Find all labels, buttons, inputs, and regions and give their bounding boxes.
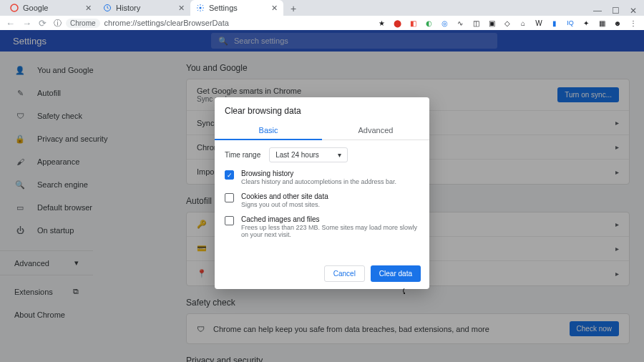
extension-icons: ★ ⬤ ◧ ◐ ◎ ∿ ◫ ▣ ◇ ⌂ W ▮ IQ ✦ ▦ ☻ ⋮ [376, 18, 638, 28]
tab-label: Settings [209, 4, 238, 12]
svg-point-2 [200, 7, 202, 9]
extensions-icon[interactable]: ▦ [597, 18, 607, 28]
time-range-label: Time range [225, 151, 260, 159]
address-bar: ← → ⟳ ⓘ Chrome chrome://settings/clearBr… [0, 16, 644, 30]
url-scheme: Chrome [66, 19, 100, 28]
option-browsing-history[interactable]: ✓ Browsing historyClears history and aut… [225, 170, 419, 185]
dialog-tabs: Basic Advanced [215, 122, 429, 140]
option-cache[interactable]: Cached images and filesFrees up less tha… [225, 215, 419, 238]
ext-icon[interactable]: ◧ [408, 18, 418, 28]
tab-advanced[interactable]: Advanced [322, 122, 429, 140]
ext-icon[interactable]: ◇ [502, 18, 512, 28]
site-info-icon[interactable]: ⓘ [54, 18, 62, 29]
window-controls: — ☐ ✕ [593, 6, 644, 16]
ext-icon[interactable]: ◫ [471, 18, 481, 28]
ext-icon[interactable]: ⬤ [392, 18, 402, 28]
ext-icon[interactable]: ◐ [424, 18, 434, 28]
settings-favicon-icon [196, 4, 205, 12]
url-text: chrome://settings/clearBrowserData [104, 19, 229, 27]
ext-icon[interactable]: ✦ [581, 18, 591, 28]
svg-point-0 [11, 4, 18, 11]
back-icon[interactable]: ← [6, 18, 15, 29]
option-cookies[interactable]: Cookies and other site dataSigns you out… [225, 192, 419, 208]
ext-icon[interactable]: ◎ [439, 18, 449, 28]
browser-chrome: Google ✕ History ✕ Settings ✕ + — ☐ ✕ ← … [0, 0, 644, 30]
star-icon[interactable]: ★ [376, 18, 386, 28]
tab-google[interactable]: Google ✕ [4, 0, 97, 16]
checkbox-browsing-history[interactable]: ✓ [225, 170, 234, 180]
close-icon[interactable]: ✕ [271, 4, 278, 13]
close-icon[interactable]: ✕ [85, 4, 92, 13]
tab-history[interactable]: History ✕ [97, 0, 190, 16]
tab-strip: Google ✕ History ✕ Settings ✕ + — ☐ ✕ [0, 0, 644, 16]
ext-icon[interactable]: ∿ [455, 18, 465, 28]
ext-icon[interactable]: W [534, 18, 544, 28]
close-icon[interactable]: ✕ [178, 4, 185, 13]
new-tab-button[interactable]: + [286, 1, 301, 16]
profile-icon[interactable]: ☻ [613, 18, 623, 28]
chevron-down-icon: ▾ [338, 151, 341, 159]
tab-label: Google [23, 4, 48, 12]
history-favicon-icon [103, 4, 112, 12]
checkbox-cache[interactable] [225, 216, 234, 225]
close-window-icon[interactable]: ✕ [630, 6, 637, 16]
google-favicon-icon [10, 4, 19, 12]
ext-icon[interactable]: ▮ [550, 18, 560, 28]
cancel-button[interactable]: Cancel [324, 265, 365, 282]
time-range-select[interactable]: Last 24 hours ▾ [269, 147, 348, 162]
maximize-icon[interactable]: ☐ [612, 6, 620, 16]
reload-icon[interactable]: ⟳ [39, 18, 47, 29]
tab-basic[interactable]: Basic [215, 122, 322, 140]
tab-label: History [116, 4, 140, 12]
ext-icon[interactable]: IQ [565, 18, 575, 28]
ext-icon[interactable]: ▣ [487, 18, 497, 28]
forward-icon[interactable]: → [22, 18, 31, 29]
tab-settings[interactable]: Settings ✕ [190, 0, 283, 16]
menu-icon[interactable]: ⋮ [628, 18, 638, 28]
checkbox-cookies[interactable] [225, 193, 234, 202]
dialog-title: Clear browsing data [215, 97, 429, 122]
clear-data-button[interactable]: Clear data [371, 265, 421, 282]
address-field[interactable]: ⓘ Chrome chrome://settings/clearBrowserD… [54, 18, 369, 29]
ext-icon[interactable]: ⌂ [518, 18, 528, 28]
clear-browsing-data-dialog: Clear browsing data Basic Advanced Time … [215, 97, 429, 289]
minimize-icon[interactable]: — [593, 6, 602, 16]
